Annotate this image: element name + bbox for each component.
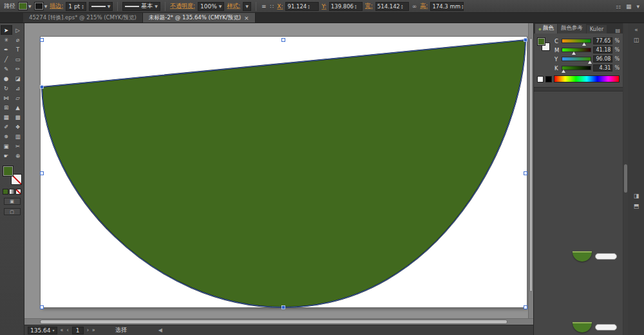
drawing-mode-button[interactable]: ▣ xyxy=(4,198,21,205)
width-profile-combo[interactable]: ▼ xyxy=(89,2,113,11)
mesh-tool[interactable]: ▦ xyxy=(1,112,12,122)
hand-tool[interactable]: ☛ xyxy=(1,151,12,160)
shape-thumbnail-1[interactable] xyxy=(573,251,617,262)
fill-indicator[interactable] xyxy=(537,37,545,46)
free-transform-tool[interactable]: ▱ xyxy=(12,93,24,102)
anchor-point[interactable] xyxy=(41,86,44,89)
rectangle-tool[interactable]: ▭ xyxy=(12,54,24,64)
artboard-number-field[interactable]: 1 xyxy=(72,327,84,334)
blob-brush-tool[interactable]: ● xyxy=(1,73,12,83)
column-graph-tool[interactable]: ▥ xyxy=(12,131,24,141)
slider-thumb-icon[interactable] xyxy=(572,52,576,55)
blend-tool[interactable]: ❖ xyxy=(12,122,24,131)
black-slider-track[interactable] xyxy=(562,66,591,70)
transform-panel-icon[interactable]: ⚏ xyxy=(615,3,621,10)
line-segment-tool[interactable]: ╱ xyxy=(1,54,12,64)
symbol-sprayer-tool[interactable]: ✵ xyxy=(1,131,12,141)
white-swatch[interactable] xyxy=(537,76,544,82)
fill-color-control[interactable]: ▼ xyxy=(18,2,32,10)
paintbrush-tool[interactable]: ✎ xyxy=(1,64,12,73)
eraser-tool[interactable]: ◪ xyxy=(12,73,24,83)
bbox-handle[interactable] xyxy=(41,306,44,309)
vertical-scrollbar[interactable] xyxy=(528,23,533,318)
bbox-handle[interactable] xyxy=(524,306,527,309)
direct-selection-tool[interactable]: ▷ xyxy=(12,25,24,35)
type-tool[interactable]: T xyxy=(12,44,24,54)
close-icon[interactable]: × xyxy=(244,15,249,21)
y-field[interactable]: 139.806 ▴▾ xyxy=(329,2,363,11)
previous-artboard-button[interactable]: ‹ xyxy=(66,327,68,333)
vertical-scrollbar-thumb[interactable] xyxy=(529,38,533,292)
next-artboard-button[interactable]: › xyxy=(87,327,89,333)
last-artboard-button[interactable]: » xyxy=(92,327,95,333)
dock-grid-icon[interactable]: ◫ xyxy=(630,35,642,45)
bbox-handle[interactable] xyxy=(41,172,44,175)
document-tab-inactive[interactable]: 45274 [转换].eps* @ 215% (CMYK/预览) xyxy=(23,13,143,23)
x-field[interactable]: 91.124 ▴▾ xyxy=(285,2,319,11)
stepper[interactable]: ▴▾ xyxy=(82,4,84,9)
canvas-viewport[interactable] xyxy=(24,23,533,318)
dock-scrollbar[interactable] xyxy=(623,23,628,335)
panel-resize-grip[interactable] xyxy=(534,87,623,91)
pencil-tool[interactable]: ✏ xyxy=(12,64,24,73)
scale-tool[interactable]: ⊿ xyxy=(12,83,24,93)
eyedropper-tool[interactable]: ✐ xyxy=(1,122,12,131)
document-tab-active[interactable]: 未标题-2* @ 135.64% (CMYK/预览) × xyxy=(143,13,256,23)
slider-thumb-icon[interactable] xyxy=(562,70,565,73)
style-panel-link[interactable]: 样式: xyxy=(227,2,240,10)
screen-mode-button[interactable]: ▢ xyxy=(4,208,21,215)
selection-tool[interactable]: ➤ xyxy=(1,25,12,35)
yellow-value-field[interactable]: 96.08 xyxy=(593,55,612,62)
panel-menu-icon[interactable]: ▤ xyxy=(614,28,621,34)
cyan-slider-track[interactable] xyxy=(562,39,591,43)
status-scroll-left-icon[interactable]: ◀ xyxy=(158,327,162,333)
style-combo[interactable]: ▼ xyxy=(243,2,251,11)
stroke-weight-combo[interactable]: 1 pt ▴▾ xyxy=(66,2,86,11)
stepper[interactable]: ▴▾ xyxy=(462,4,464,9)
fill-swatch[interactable] xyxy=(3,166,14,177)
brush-definition-combo[interactable]: 基本 ▼ xyxy=(122,2,160,11)
opacity-combo[interactable]: 100% ▼ xyxy=(198,2,224,11)
tab-color[interactable]: ◆ 颜色 xyxy=(535,24,557,34)
anchor-point[interactable] xyxy=(524,39,527,42)
gradient-mode-button[interactable] xyxy=(9,189,15,195)
bbox-handle[interactable] xyxy=(282,39,285,42)
black-swatch[interactable] xyxy=(545,76,552,82)
opacity-panel-link[interactable]: 不透明度: xyxy=(170,2,195,10)
shape-thumbnail-2[interactable] xyxy=(573,322,617,332)
lasso-tool[interactable]: ⌀ xyxy=(12,35,24,44)
cyan-value-field[interactable]: 77.65 xyxy=(593,37,612,44)
height-field[interactable]: 174.3 mm ▴▾ xyxy=(430,2,464,11)
magic-wand-tool[interactable]: ✳ xyxy=(1,35,12,44)
zoom-combo[interactable]: 135.64 ▾ xyxy=(28,327,57,334)
perspective-grid-tool[interactable]: ▲ xyxy=(12,102,24,112)
gradient-tool[interactable]: ▩ xyxy=(12,112,24,122)
collapsed-panel-icon[interactable]: ⬒ xyxy=(630,201,642,211)
fill-color-swatch[interactable] xyxy=(18,2,28,10)
bbox-handle[interactable] xyxy=(524,172,527,175)
width-tool[interactable]: ⋈ xyxy=(1,93,12,102)
slider-thumb-icon[interactable] xyxy=(582,43,586,46)
stepper[interactable]: ▴▾ xyxy=(401,4,407,9)
stroke-panel-link[interactable]: 描边: xyxy=(50,2,63,10)
tab-color-guide[interactable]: 颜色参考 xyxy=(558,24,586,34)
first-artboard-button[interactable]: « xyxy=(61,327,64,333)
color-spectrum-bar[interactable] xyxy=(554,75,620,82)
stroke-color-swatch[interactable] xyxy=(34,2,44,10)
horizontal-scrollbar[interactable] xyxy=(24,318,533,325)
magenta-slider-track[interactable] xyxy=(562,48,591,52)
stepper[interactable]: ▴▾ xyxy=(308,4,317,9)
link-dimensions-icon[interactable]: ∞ xyxy=(412,3,418,10)
slider-thumb-icon[interactable] xyxy=(588,61,592,64)
rotate-tool[interactable]: ↻ xyxy=(1,83,12,93)
align-icon[interactable]: ≡ xyxy=(261,3,267,10)
pen-tool[interactable]: ✒ xyxy=(1,44,12,54)
workspace-switcher-icon[interactable]: ▾ xyxy=(636,3,640,10)
stepper[interactable]: ▴▾ xyxy=(355,4,361,9)
arrange-documents-icon[interactable]: ▦ xyxy=(625,3,632,10)
artboard-tool[interactable]: ▣ xyxy=(1,141,12,151)
color-mode-button[interactable] xyxy=(3,189,8,195)
slice-tool[interactable]: ✂ xyxy=(12,141,24,151)
zoom-tool[interactable]: ⊕ xyxy=(12,151,24,160)
collapsed-panel-icon[interactable]: ◨ xyxy=(630,191,642,201)
